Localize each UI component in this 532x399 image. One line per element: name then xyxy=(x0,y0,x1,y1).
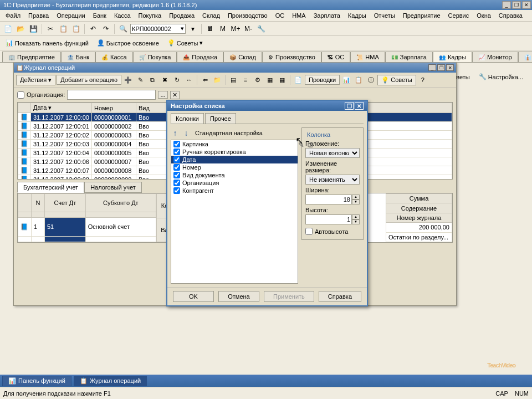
position-select[interactable]: Новая колонка xyxy=(305,148,360,158)
paste-icon[interactable]: 📋 xyxy=(70,23,81,34)
code-input[interactable]: КРП00000002▾ xyxy=(130,24,186,34)
menu-help[interactable]: Справка xyxy=(495,11,526,20)
menu-kassa[interactable]: Касса xyxy=(111,11,134,20)
menu-enterprise[interactable]: Предприятие xyxy=(400,11,444,20)
jt-move-icon[interactable]: ↔ xyxy=(183,74,195,85)
tips-button[interactable]: 💡 Советы ▾ xyxy=(164,38,206,48)
tab-sale[interactable]: 📤Продажа xyxy=(177,52,223,62)
tab-bank[interactable]: 🏦Банк xyxy=(61,52,95,62)
tab-salary[interactable]: 💵Зарплата xyxy=(385,52,433,62)
menu-salary[interactable]: Зарплата xyxy=(310,11,344,20)
jt-sort-icon[interactable]: ≡ xyxy=(240,74,251,85)
journal-tips-button[interactable]: 💡 Советы xyxy=(377,75,416,85)
height-input[interactable] xyxy=(305,214,352,224)
jt-filter-icon[interactable]: ▤ xyxy=(228,74,239,85)
mminus-button[interactable]: M- xyxy=(243,23,254,34)
menu-service[interactable]: Сервис xyxy=(445,11,473,20)
org-input[interactable] xyxy=(67,90,156,100)
copy-icon[interactable]: 📋 xyxy=(58,23,69,34)
width-input[interactable] xyxy=(305,195,352,204)
add-op-button[interactable]: Добавить операцию xyxy=(57,75,121,85)
column-item[interactable]: Номер xyxy=(171,163,298,171)
height-up[interactable]: ▲ xyxy=(352,214,360,219)
restore-button[interactable]: ❐ xyxy=(512,1,521,9)
col-icon[interactable] xyxy=(18,103,31,113)
dropdown-icon[interactable]: ▾ xyxy=(187,23,198,34)
show-panel-button[interactable]: 📊 Показать панель функций xyxy=(2,38,92,48)
close-button[interactable]: ✕ xyxy=(522,1,531,9)
width-down[interactable]: ▼ xyxy=(352,200,360,204)
menu-purchase[interactable]: Покупка xyxy=(135,11,165,20)
column-item[interactable]: Ручная корректировка xyxy=(171,148,298,156)
redo-icon[interactable]: ↷ xyxy=(100,23,111,34)
jt-x1-icon[interactable]: 📊 xyxy=(341,74,352,85)
subtab-accounting[interactable]: Бухгалтерский учет xyxy=(17,182,84,193)
menu-file[interactable]: Файл xyxy=(2,11,24,20)
jt-g2-icon[interactable]: ▦ xyxy=(277,74,288,85)
dialog-close[interactable]: ✕ xyxy=(355,102,364,110)
move-down-icon[interactable]: ↓ xyxy=(182,129,191,137)
column-item[interactable]: Картинка xyxy=(171,140,298,148)
help-button[interactable]: Справка xyxy=(319,291,361,302)
tab-monitor[interactable]: 📈Монитор xyxy=(472,52,518,62)
tab-manager[interactable]: 👔Руководителю xyxy=(518,52,532,62)
column-item[interactable]: Вид документа xyxy=(171,171,298,179)
jt-add-icon[interactable]: ➕ xyxy=(122,74,134,85)
column-checkbox[interactable] xyxy=(173,164,180,171)
menu-windows[interactable]: Окна xyxy=(473,11,494,20)
menu-nma[interactable]: НМА xyxy=(289,11,309,20)
move-up-icon[interactable]: ↑ xyxy=(171,129,180,137)
jw-min[interactable]: _ xyxy=(428,64,436,71)
jt-g1-icon[interactable]: ▦ xyxy=(264,74,275,85)
org-ellipsis-button[interactable]: ... xyxy=(158,91,167,99)
column-checkbox[interactable] xyxy=(173,187,180,194)
jt-refresh-icon[interactable]: ↻ xyxy=(171,74,182,85)
tool-icon[interactable]: 🔧 xyxy=(255,23,267,34)
org-checkbox[interactable] xyxy=(17,91,24,99)
column-checkbox[interactable] xyxy=(173,149,180,155)
apply-button[interactable]: Применить xyxy=(264,291,314,302)
actions-button[interactable]: Действия ▾ xyxy=(16,75,55,85)
jt-copy-icon[interactable]: ⧉ xyxy=(147,74,158,85)
tab-purchase[interactable]: 🛒Покупка xyxy=(133,52,177,62)
calc-icon[interactable]: 🖩 xyxy=(204,23,216,34)
menu-os[interactable]: ОС xyxy=(272,11,288,20)
m-button[interactable]: M xyxy=(217,23,228,34)
menu-warehouse[interactable]: Склад xyxy=(199,11,223,20)
column-checkbox[interactable] xyxy=(173,141,180,147)
tab-production[interactable]: ⚙Производство xyxy=(262,52,321,62)
width-up[interactable]: ▲ xyxy=(352,195,360,200)
tab-other[interactable]: Прочее xyxy=(205,113,236,124)
column-checkbox[interactable] xyxy=(173,156,180,163)
org-clear-button[interactable]: ✕ xyxy=(170,91,180,99)
detail-schet[interactable]: 51 xyxy=(45,217,86,237)
menu-operations[interactable]: Операции xyxy=(53,11,88,20)
menu-edit[interactable]: Правка xyxy=(25,11,52,20)
mplus-button[interactable]: M+ xyxy=(230,23,241,34)
jt-del-icon[interactable]: ✖ xyxy=(159,74,170,85)
menu-staff[interactable]: Кадры xyxy=(345,11,370,20)
jt-folder-icon[interactable]: 📁 xyxy=(212,74,223,85)
columns-list[interactable]: Картинка Ручная корректировка Дата Номер… xyxy=(171,140,298,284)
ok-button[interactable]: OK xyxy=(173,291,214,302)
jt-fn-icon[interactable]: ⚙ xyxy=(252,74,263,85)
menu-sale[interactable]: Продажа xyxy=(166,11,198,20)
jw-close[interactable]: ✕ xyxy=(446,64,454,71)
menu-production[interactable]: Производство xyxy=(224,11,271,20)
jt-help-icon[interactable]: ? xyxy=(417,74,428,85)
quick-learn-button[interactable]: 👤 Быстрое освоение xyxy=(94,38,162,48)
column-item[interactable]: Организация xyxy=(171,179,298,187)
dialog-restore[interactable]: ❐ xyxy=(345,102,354,110)
tab-warehouse[interactable]: 📦Склад xyxy=(223,52,262,62)
column-checkbox[interactable] xyxy=(173,172,180,178)
cut-icon[interactable]: ✂ xyxy=(45,23,56,34)
autoheight-checkbox[interactable] xyxy=(305,228,313,235)
jt-doc-icon[interactable]: 📄 xyxy=(293,74,304,85)
height-down[interactable]: ▼ xyxy=(352,219,360,224)
open-icon[interactable]: 📂 xyxy=(15,23,26,34)
resize-select[interactable]: Не изменять xyxy=(305,175,360,185)
new-doc-icon[interactable]: 📄 xyxy=(2,23,13,34)
tab-staff[interactable]: 👥Кадры xyxy=(433,52,472,62)
col-date[interactable]: Дата ▾ xyxy=(31,103,92,113)
jt-goto-icon[interactable]: ⇐ xyxy=(200,74,211,85)
